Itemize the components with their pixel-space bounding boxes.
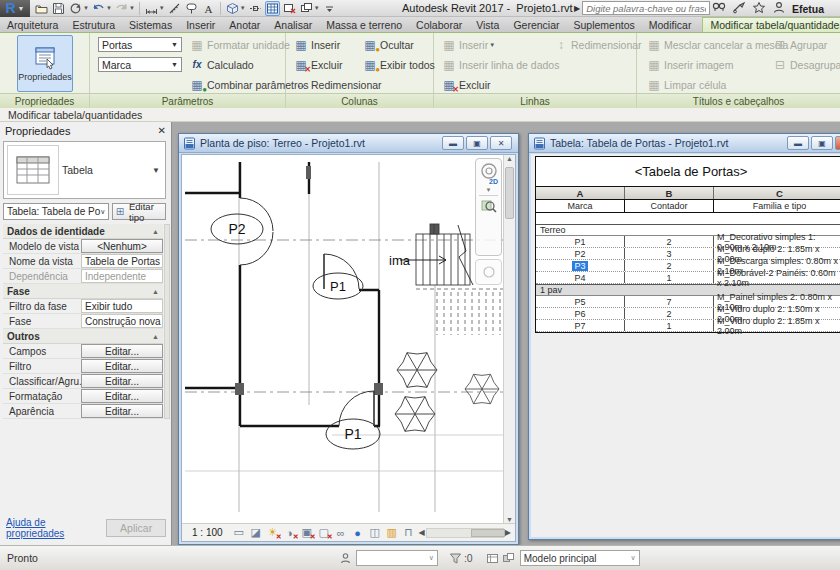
- sun-path-icon[interactable]: ☀✕: [266, 526, 280, 539]
- column-header[interactable]: Contador: [625, 200, 714, 212]
- cell-contador[interactable]: 7: [625, 296, 714, 307]
- tab-suplementos[interactable]: Suplementos: [566, 17, 641, 32]
- properties-toggle-button[interactable]: Propriedades: [17, 35, 73, 92]
- delete-row-button[interactable]: ▦✕Excluir: [442, 77, 491, 93]
- visual-style-icon[interactable]: ◪: [249, 526, 263, 539]
- cell-contador[interactable]: 2: [625, 308, 714, 319]
- calculated-button[interactable]: fxCalculado: [190, 57, 254, 73]
- properties-help-link[interactable]: Ajuda de propriedades: [6, 517, 106, 539]
- fields-edit-button[interactable]: Editar...: [81, 344, 163, 358]
- tab-massa-e-terreno[interactable]: Massa e terreno: [319, 17, 409, 32]
- hide-column-button[interactable]: ▦●Ocultar: [363, 37, 414, 53]
- chevron-down-icon[interactable]: ▼: [314, 5, 320, 11]
- unhide-all-button[interactable]: ▦●Exibir todos: [363, 57, 435, 73]
- section-dados-identidade[interactable]: Dados de identidade▲: [3, 224, 163, 239]
- undo-button[interactable]: [91, 1, 106, 16]
- palette-scrollbar[interactable]: [164, 224, 170, 419]
- tab-sistemas[interactable]: Sistemas: [122, 17, 179, 32]
- minimize-button[interactable]: ▬: [787, 136, 809, 150]
- type-selector[interactable]: Tabela ▼: [3, 141, 166, 199]
- field-select[interactable]: Marca▼: [98, 57, 182, 72]
- door-tags[interactable]: [211, 214, 380, 449]
- tab-arquitetura[interactable]: Arquitetura: [0, 17, 65, 32]
- schedule-window-titlebar[interactable]: Tabela: Tabela de Portas - Projeto1.rvt …: [529, 134, 840, 153]
- column-header[interactable]: Familia e tipo: [714, 200, 840, 212]
- chevron-down-icon[interactable]: ▼: [159, 5, 165, 11]
- vertical-scrollbar[interactable]: ▲ ▼: [503, 155, 515, 523]
- tab-estrutura[interactable]: Estrutura: [65, 17, 122, 32]
- text-note[interactable]: ima: [389, 253, 411, 268]
- chevron-down-icon[interactable]: ▼: [152, 166, 160, 175]
- panel-caption-parametros[interactable]: Parâmetros: [90, 93, 285, 108]
- clear-cell-button[interactable]: ▦Limpar célula: [647, 77, 726, 93]
- resize-column-button[interactable]: ↔Redimensionar: [294, 77, 382, 93]
- worksets-icon[interactable]: [338, 550, 354, 566]
- cell-marca-selected[interactable]: P3: [536, 260, 625, 271]
- cell-marca[interactable]: P6: [536, 308, 625, 319]
- cell-contador[interactable]: 3: [625, 248, 714, 259]
- cell-marca[interactable]: P7: [536, 320, 625, 331]
- scrollbar-thumb[interactable]: [505, 167, 514, 219]
- scroll-down-icon[interactable]: ▼: [506, 516, 513, 523]
- view-select[interactable]: Tabela: Tabela de Po∨: [3, 203, 109, 220]
- measure-button[interactable]: [167, 1, 182, 16]
- plan-window-titlebar[interactable]: Planta de piso: Terreo - Projeto1.rvt ▬ …: [179, 134, 518, 153]
- open-file-button[interactable]: [34, 1, 49, 16]
- panel-caption-titulos[interactable]: Títulos e cabeçalhos: [637, 93, 840, 108]
- restore-button[interactable]: ▣: [811, 136, 833, 150]
- close-button[interactable]: ✕: [835, 136, 840, 150]
- door-tag-p1-mid[interactable]: P1: [330, 279, 346, 294]
- close-icon[interactable]: ✕: [158, 125, 166, 136]
- cell-familia[interactable]: M_Dobrável-2 Painéis: 0.60m x 2.10m: [714, 272, 840, 283]
- tag-button[interactable]: [184, 1, 199, 16]
- resize-row-button[interactable]: ↕Redimensionar: [554, 37, 642, 53]
- cell-contador[interactable]: 2: [625, 260, 714, 271]
- save-button[interactable]: [51, 1, 66, 16]
- tab-inserir[interactable]: Inserir: [179, 17, 222, 32]
- close-button[interactable]: ✕: [490, 136, 512, 150]
- insert-data-row-button[interactable]: ▦Inserir linha de dados: [442, 57, 559, 73]
- edit-type-button[interactable]: ⊞Editar tipo: [112, 203, 166, 220]
- shadows-icon[interactable]: ◑✕: [283, 526, 297, 539]
- crop-view-icon[interactable]: ▣✕: [300, 526, 314, 539]
- cell-marca[interactable]: P1: [536, 236, 625, 247]
- insert-image-button[interactable]: ▦Inserir imagem: [647, 57, 733, 73]
- phase-filter-field[interactable]: Exibir tudo: [81, 299, 163, 313]
- restore-button[interactable]: ▣: [466, 136, 488, 150]
- redo-button[interactable]: [114, 1, 129, 16]
- cell-marca[interactable]: P4: [536, 272, 625, 283]
- view-name-field[interactable]: Tabela de Portas: [81, 254, 163, 268]
- sign-in-icon[interactable]: [772, 1, 786, 16]
- view-scale[interactable]: 1 : 100: [186, 527, 229, 538]
- cell-contador[interactable]: 1: [625, 320, 714, 331]
- section-outros[interactable]: Outros▲: [3, 329, 163, 344]
- favorites-icon[interactable]: [752, 1, 766, 16]
- tab-anotar[interactable]: Anotar: [222, 17, 267, 32]
- tab-vista[interactable]: Vista: [469, 17, 506, 32]
- column-letter[interactable]: A: [536, 187, 625, 199]
- chevron-down-icon[interactable]: ▼: [83, 5, 89, 11]
- column-header[interactable]: Marca: [536, 200, 625, 212]
- cell-familia[interactable]: M_Vidro duplo 2: 1.85m x 2.00m: [714, 320, 840, 331]
- section-button[interactable]: [248, 1, 263, 16]
- search-icon[interactable]: [712, 1, 726, 16]
- appearance-edit-button[interactable]: Editar...: [81, 404, 163, 418]
- view-3d-button[interactable]: [225, 1, 240, 16]
- close-hidden-windows-button[interactable]: [282, 1, 297, 16]
- communication-center-icon[interactable]: [732, 1, 746, 16]
- insert-row-button[interactable]: ▦Inserir▼: [442, 37, 495, 53]
- panel-caption-linhas[interactable]: Linhas: [434, 93, 636, 108]
- temporary-hide-isolate-icon[interactable]: ∞: [334, 526, 348, 539]
- panel-caption-propriedades[interactable]: Propriedades: [0, 93, 89, 108]
- schedule-button[interactable]: [265, 1, 280, 16]
- workset-select[interactable]: ∨: [356, 550, 438, 566]
- sync-button[interactable]: [68, 1, 83, 16]
- minimize-button[interactable]: ▬: [442, 136, 464, 150]
- filter-icon[interactable]: [448, 550, 464, 566]
- detail-level-icon[interactable]: ▭: [232, 526, 246, 539]
- editable-only-icon[interactable]: [485, 550, 501, 566]
- navigation-bar-pan[interactable]: [475, 259, 502, 285]
- tab-gerenciar[interactable]: Gerenciar: [506, 17, 566, 32]
- tab-modificar-tabela-quantidades[interactable]: Modificar tabela/quantidades: [702, 17, 840, 32]
- formatting-edit-button[interactable]: Editar...: [81, 389, 163, 403]
